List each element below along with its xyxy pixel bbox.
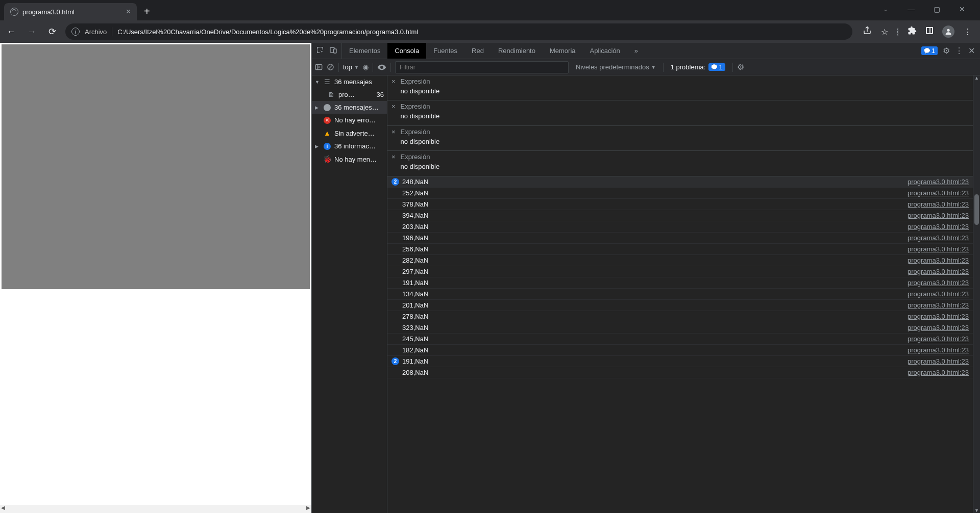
live-expression-icon[interactable] xyxy=(377,63,386,72)
log-levels-selector[interactable]: Niveles predeterminados xyxy=(573,63,659,71)
close-icon[interactable]: × xyxy=(126,7,131,16)
devtools-close-icon[interactable]: ✕ xyxy=(968,46,975,56)
console-log-row[interactable]: 201,NaNprograma3.0.html:23 xyxy=(387,300,973,311)
list-icon: ☰ xyxy=(323,78,331,86)
console-log-row[interactable]: 196,NaNprograma3.0.html:23 xyxy=(387,233,973,244)
console-settings-icon[interactable]: ⚙ xyxy=(737,62,744,72)
console-log-row[interactable]: 203,NaNprograma3.0.html:23 xyxy=(387,221,973,233)
chevron-down-icon[interactable]: ⌄ xyxy=(878,6,893,13)
sidebar-item[interactable]: ✕No hay erro… xyxy=(312,114,387,126)
devtools-tab-red[interactable]: Red xyxy=(464,43,491,59)
log-source-link[interactable]: programa3.0.html:23 xyxy=(908,335,969,343)
sidebar-item[interactable]: ▼☰36 mensajes xyxy=(312,75,387,88)
back-button[interactable]: ← xyxy=(4,27,18,37)
console-log-row[interactable]: 2191,NaNprograma3.0.html:23 xyxy=(387,356,973,367)
console-log-row[interactable]: 278,NaNprograma3.0.html:23 xyxy=(387,311,973,322)
devtools-tab-consola[interactable]: Consola xyxy=(387,43,426,59)
browser-toolbar: ← → ⟳ i Archivo C:/Users/Itzel%20Chavarr… xyxy=(0,20,980,43)
devtools-tab-elementos[interactable]: Elementos xyxy=(342,43,387,59)
forward-button[interactable]: → xyxy=(24,27,39,37)
sidebar-toggle-icon[interactable] xyxy=(315,63,323,71)
log-source-link[interactable]: programa3.0.html:23 xyxy=(908,256,969,264)
log-source-link[interactable]: programa3.0.html:23 xyxy=(908,212,969,219)
log-source-link[interactable]: programa3.0.html:23 xyxy=(908,189,969,197)
sidebar-item[interactable]: ▶i36 informac… xyxy=(312,140,387,152)
devtools-menu-icon[interactable]: ⋮ xyxy=(955,46,963,56)
log-source-link[interactable]: programa3.0.html:23 xyxy=(908,369,969,376)
log-source-link[interactable]: programa3.0.html:23 xyxy=(908,200,969,208)
console-log-row[interactable]: 252,NaNprograma3.0.html:23 xyxy=(387,188,973,199)
close-window-button[interactable]: ✕ xyxy=(954,5,970,13)
gear-icon[interactable]: ⚙ xyxy=(943,46,950,56)
filter-input[interactable] xyxy=(395,61,569,73)
extensions-icon[interactable] xyxy=(908,26,917,37)
log-source-link[interactable]: programa3.0.html:23 xyxy=(908,357,969,365)
close-icon[interactable]: × xyxy=(391,128,396,147)
log-source-link[interactable]: programa3.0.html:23 xyxy=(908,268,969,275)
console-log-row[interactable]: 378,NaNprograma3.0.html:23 xyxy=(387,199,973,210)
sidebar-item[interactable]: 🐞No hay men… xyxy=(312,152,387,166)
console-log-row[interactable]: 282,NaNprograma3.0.html:23 xyxy=(387,255,973,266)
close-icon[interactable]: × xyxy=(391,153,396,172)
problems-indicator[interactable]: 1 problema: 1 xyxy=(668,63,728,71)
vertical-scrollbar[interactable] xyxy=(973,75,980,513)
minimize-button[interactable]: — xyxy=(903,5,919,13)
log-source-link[interactable]: programa3.0.html:23 xyxy=(908,324,969,331)
new-tab-button[interactable]: + xyxy=(144,6,150,17)
context-selector[interactable]: top xyxy=(343,63,359,71)
devtools-tab-aplicación[interactable]: Aplicación xyxy=(583,43,627,59)
log-source-link[interactable]: programa3.0.html:23 xyxy=(908,346,969,354)
devtools-tab-rendimiento[interactable]: Rendimiento xyxy=(491,43,543,59)
clear-console-icon[interactable] xyxy=(327,63,334,71)
log-source-link[interactable]: programa3.0.html:23 xyxy=(908,290,969,298)
url-bar[interactable]: i Archivo C:/Users/Itzel%20Chavarria/One… xyxy=(65,23,852,40)
close-icon[interactable]: × xyxy=(391,78,396,97)
close-icon[interactable]: × xyxy=(391,102,396,122)
log-source-link[interactable]: programa3.0.html:23 xyxy=(908,279,969,287)
log-source-link[interactable]: programa3.0.html:23 xyxy=(908,223,969,230)
log-source-link[interactable]: programa3.0.html:23 xyxy=(908,313,969,320)
sidebar-item[interactable]: ▲Sin adverte… xyxy=(312,126,387,140)
inspect-element-icon[interactable] xyxy=(316,46,324,56)
console-log-row[interactable]: 2248,NaNprograma3.0.html:23 xyxy=(387,176,973,188)
issues-badge[interactable]: 1 xyxy=(921,46,938,55)
log-message: 394,NaN xyxy=(402,212,908,219)
devtools-tabbar: ElementosConsolaFuentesRedRendimientoMem… xyxy=(312,43,980,59)
sidebar-item[interactable]: 🗎pro…36 xyxy=(312,88,387,101)
console-log-row[interactable]: 256,NaNprograma3.0.html:23 xyxy=(387,244,973,255)
share-icon[interactable] xyxy=(863,26,872,37)
panel-icon[interactable] xyxy=(926,27,933,36)
menu-icon[interactable]: ⋮ xyxy=(964,27,972,37)
sidebar-item[interactable]: ▶36 mensajes… xyxy=(312,101,387,114)
console-log[interactable]: ×Expresiónno disponible×Expresiónno disp… xyxy=(387,75,973,513)
info-icon[interactable]: i xyxy=(71,28,80,36)
console-log-row[interactable]: 191,NaNprograma3.0.html:23 xyxy=(387,277,973,289)
console-log-row[interactable]: 208,NaNprograma3.0.html:23 xyxy=(387,367,973,378)
circle-icon[interactable] xyxy=(897,27,898,36)
device-toggle-icon[interactable] xyxy=(329,46,337,56)
console-log-row[interactable]: 297,NaNprograma3.0.html:23 xyxy=(387,266,973,277)
console-log-row[interactable]: 182,NaNprograma3.0.html:23 xyxy=(387,345,973,356)
bookmark-star-icon[interactable]: ☆ xyxy=(881,27,888,37)
circle-button-icon[interactable]: ◉ xyxy=(363,63,369,71)
browser-tab[interactable]: programa3.0.html × xyxy=(4,3,137,20)
devtools-tabs-right: 1 ⚙ ⋮ ✕ xyxy=(916,43,980,59)
reload-button[interactable]: ⟳ xyxy=(45,26,59,37)
devtools-tab-fuentes[interactable]: Fuentes xyxy=(426,43,464,59)
page-canvas[interactable] xyxy=(2,44,310,289)
console-log-row[interactable]: 394,NaNprograma3.0.html:23 xyxy=(387,210,973,221)
account-icon[interactable] xyxy=(942,25,954,38)
console-log-row[interactable]: 134,NaNprograma3.0.html:23 xyxy=(387,289,973,300)
devtools-tab-memoria[interactable]: Memoria xyxy=(543,43,583,59)
scrollbar-thumb[interactable] xyxy=(974,194,979,225)
log-source-link[interactable]: programa3.0.html:23 xyxy=(908,301,969,309)
console-log-row[interactable]: 245,NaNprograma3.0.html:23 xyxy=(387,334,973,345)
horizontal-scrollbar[interactable] xyxy=(0,505,311,513)
console-log-row[interactable]: 323,NaNprograma3.0.html:23 xyxy=(387,322,973,334)
log-source-link[interactable]: programa3.0.html:23 xyxy=(908,245,969,253)
log-source-link[interactable]: programa3.0.html:23 xyxy=(908,234,969,242)
content-area: ElementosConsolaFuentesRedRendimientoMem… xyxy=(0,43,980,513)
devtools-more-tabs[interactable]: » xyxy=(627,43,645,59)
log-source-link[interactable]: programa3.0.html:23 xyxy=(908,178,969,186)
maximize-button[interactable]: ▢ xyxy=(929,5,944,13)
